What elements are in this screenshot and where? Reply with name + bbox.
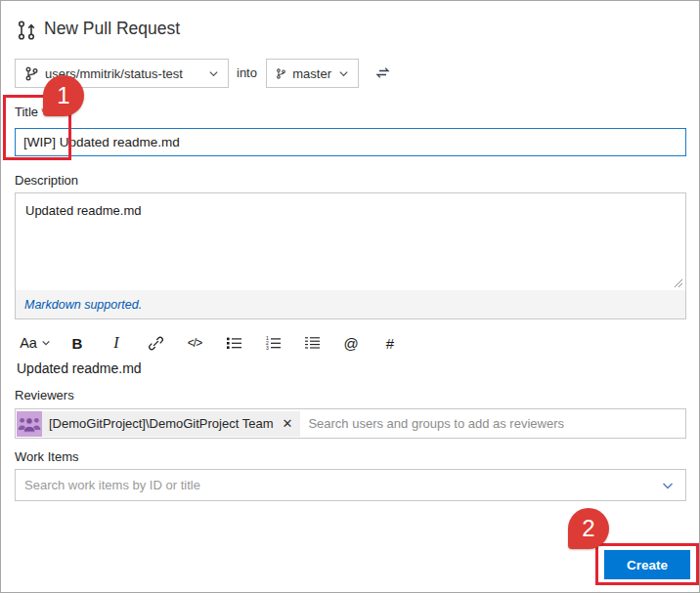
reviewer-chip[interactable]: [DemoGitProject]\DemoGitProject Team ✕ [17,410,300,437]
link-icon [148,335,164,352]
reviewer-name: [DemoGitProject]\DemoGitProject Team [49,416,274,431]
mention-button[interactable]: @ [331,330,371,356]
callout-step-badge-2: 2 [568,508,609,549]
into-label: into [237,65,257,80]
format-label: Aa [20,335,37,351]
description-textarea[interactable]: Updated readme.md [16,193,685,290]
new-pull-request-page: New Pull Request users/mmitrik/status-te… [0,0,700,593]
code-button[interactable]: </> [175,330,214,356]
callout-step-number: 1 [57,82,69,109]
reviewer-chip-body: [DemoGitProject]\DemoGitProject Team ✕ [42,411,300,437]
title-input[interactable] [15,128,686,156]
callout-step-number: 2 [582,515,594,542]
svg-text:3: 3 [266,345,269,351]
work-items-label: Work Items [15,449,79,464]
work-items-search-input[interactable] [16,470,661,500]
numbered-list-icon: 123 [265,335,282,351]
callout-step-badge-1: 1 [43,75,84,116]
target-branch-name: master [292,66,331,81]
remove-reviewer-icon[interactable]: ✕ [283,416,293,431]
chevron-down-icon [338,68,349,79]
numbered-list-button[interactable]: 123 [253,330,292,356]
reviewers-input-box: [DemoGitProject]\DemoGitProject Team ✕ [15,408,686,439]
work-items-input-box [15,469,686,501]
callout-rectangle-2 [595,543,699,585]
pull-request-icon [16,20,37,41]
branch-icon [276,66,285,81]
chevron-down-icon[interactable] [661,479,675,492]
chevron-down-icon [208,68,219,79]
reviewers-label: Reviewers [15,388,74,402]
page-title: New Pull Request [44,19,180,39]
description-box: Updated readme.md Markdown supported. [15,192,686,319]
bold-button[interactable]: B [58,330,97,356]
description-footer: Markdown supported. [16,290,685,318]
description-preview-text: Updated readme.md [17,360,142,376]
team-avatar-icon [17,411,42,437]
description-label: Description [15,173,78,188]
task-list-button[interactable] [292,330,331,356]
markdown-supported-link[interactable]: Markdown supported. [24,298,142,312]
reviewer-search-input[interactable] [300,409,685,438]
bulleted-list-icon [226,335,242,351]
target-branch-select[interactable]: master [266,59,359,88]
italic-button[interactable]: I [97,330,136,356]
swap-branches-icon[interactable] [374,64,391,81]
chevron-down-icon [41,338,51,348]
work-item-reference-button[interactable]: # [371,330,410,356]
bulleted-list-button[interactable] [214,330,253,356]
resize-handle-icon[interactable] [674,278,683,288]
markdown-toolbar: Aa B I </> [13,330,410,356]
task-list-icon [304,335,321,351]
format-dropdown-button[interactable]: Aa [13,330,58,356]
link-button[interactable] [136,330,175,356]
branch-icon [24,66,38,81]
